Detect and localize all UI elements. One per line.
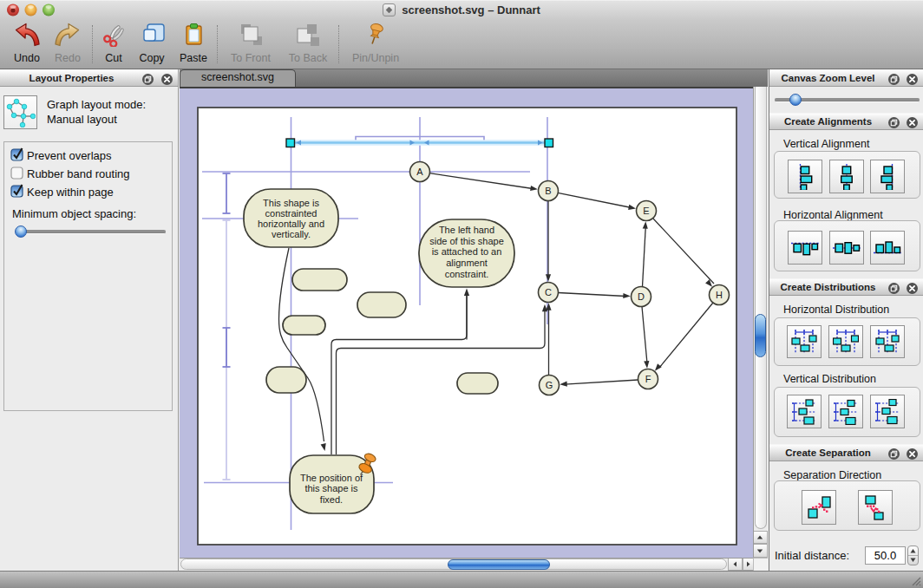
svg-text:is attached to an: is attached to an — [432, 246, 502, 257]
svg-text:constraint.: constraint. — [445, 269, 489, 279]
svg-text:This shape is: This shape is — [263, 198, 319, 208]
svg-text:fixed.: fixed. — [320, 494, 343, 505]
svg-text:E: E — [643, 206, 649, 216]
svg-text:C: C — [545, 287, 552, 297]
svg-text:side of this shape: side of this shape — [429, 236, 504, 246]
svg-text:F: F — [645, 374, 651, 384]
svg-text:horizontally and: horizontally and — [258, 219, 324, 229]
svg-text:constrainted: constrainted — [265, 208, 317, 219]
svg-text:vertically.: vertically. — [272, 229, 311, 239]
svg-text:alignment: alignment — [446, 258, 488, 268]
svg-text:this shape is: this shape is — [304, 483, 358, 493]
svg-text:D: D — [638, 291, 645, 302]
svg-text:G: G — [546, 380, 553, 390]
svg-text:The left hand: The left hand — [439, 225, 494, 235]
svg-text:The position of: The position of — [300, 473, 363, 483]
svg-text:A: A — [416, 167, 423, 177]
svg-text:H: H — [716, 290, 723, 300]
svg-text:B: B — [545, 186, 551, 196]
